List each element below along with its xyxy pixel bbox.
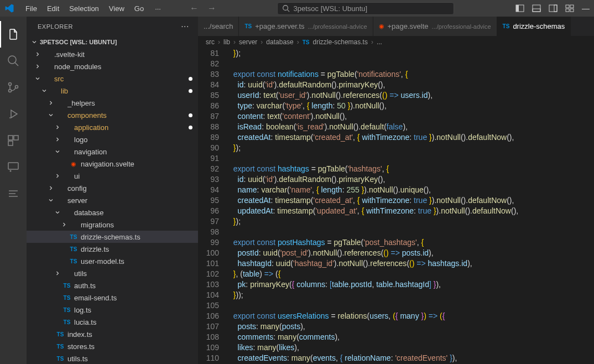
tree-item[interactable]: TSemail-send.ts [27, 292, 198, 304]
run-debug-view-button[interactable] [0, 101, 27, 127]
svelte-icon: ◉ [379, 23, 384, 30]
tree-item[interactable]: TSdrizzle-schemas.ts [27, 231, 198, 243]
tab-description: .../professional-advice [432, 23, 491, 30]
breadcrumb-separator: › [297, 38, 299, 46]
tree-item[interactable]: migrations [27, 219, 198, 231]
menu-selection[interactable]: Selection [65, 2, 103, 15]
tree-item[interactable]: ui [27, 170, 198, 182]
menu-edit[interactable]: Edit [43, 2, 64, 15]
editor-tab[interactable]: TS+page.server.ts.../professional-advice [239, 17, 373, 36]
tree-item[interactable]: _helpers [27, 97, 198, 109]
tree-item[interactable]: TSauth.ts [27, 279, 198, 292]
typescript-icon: TS [62, 295, 72, 301]
vscode-logo-icon [4, 3, 14, 13]
customize-layout-icon[interactable] [565, 4, 574, 13]
tab-description: .../professional-advice [308, 23, 367, 30]
tree-item[interactable]: components [27, 109, 198, 121]
workspace-section-header[interactable]: 3PETSOC [WSL: UBUNTU] [27, 36, 198, 48]
tree-item[interactable]: TSindex.ts [27, 328, 198, 340]
extensions-view-button[interactable] [0, 127, 27, 154]
toggle-panel-icon[interactable] [532, 4, 541, 13]
tree-item[interactable]: TSdrizzle.ts [27, 243, 198, 255]
breadcrumb-item[interactable]: database [266, 38, 293, 46]
svg-line-13 [15, 63, 18, 66]
svg-point-12 [8, 56, 16, 64]
toggle-secondary-sidebar-icon[interactable] [549, 4, 557, 13]
tree-item-label: src [54, 75, 194, 83]
tree-item[interactable]: lib [27, 85, 198, 97]
tree-item-label: ui [74, 172, 194, 180]
tree-item[interactable]: TSlucia.ts [27, 316, 198, 328]
editor-tab[interactable]: ◉+page.svelte.../professional-advice [373, 17, 497, 36]
tree-item[interactable]: application [27, 121, 198, 133]
tree-item-label: database [74, 209, 194, 217]
minimize-button[interactable]: — [582, 4, 590, 13]
search-box[interactable]: 3petsoc [WSL: Ubuntu] [277, 2, 454, 15]
svg-rect-19 [14, 136, 18, 140]
search-text: 3petsoc [WSL: Ubuntu] [293, 4, 367, 13]
tree-item[interactable]: navigation [27, 145, 198, 158]
tree-item[interactable]: database [27, 206, 198, 219]
main-menu: FileEditSelectionViewGo [21, 2, 148, 15]
search-view-button[interactable] [0, 48, 27, 74]
layout-controls: — [515, 4, 590, 13]
tree-item[interactable]: TSuser-model.ts [27, 255, 198, 267]
nav-back-button[interactable]: ← [190, 3, 199, 13]
svg-point-0 [283, 6, 288, 11]
drizzle-view-button[interactable] [0, 180, 27, 207]
tree-item[interactable]: node_modules [27, 60, 198, 72]
typescript-icon: TS [69, 234, 79, 240]
menu-go[interactable]: Go [130, 2, 148, 15]
tree-item[interactable]: TSstores.ts [27, 340, 198, 352]
typescript-icon: TS [69, 246, 79, 252]
tree-item[interactable]: .svelte-kit [27, 48, 198, 60]
editor-tab[interactable]: .../search [198, 17, 239, 36]
breadcrumb-item[interactable]: ... [377, 38, 382, 46]
code-editor[interactable]: 8182838485868788899091929394959697989910… [198, 48, 594, 364]
breadcrumb-item[interactable]: src [206, 38, 215, 46]
editor-tab[interactable]: TSdrizzle-schemas [497, 17, 571, 36]
source-control-view-button[interactable] [0, 74, 27, 101]
sidebar-more-button[interactable]: ··· [181, 22, 189, 32]
titlebar: FileEditSelectionViewGo ··· ← → 3petsoc … [0, 0, 594, 17]
tree-item-label: log.ts [74, 306, 194, 314]
menu-overflow[interactable]: ··· [150, 2, 165, 15]
tree-item-label: lib [61, 87, 194, 95]
tree-item[interactable]: utils [27, 267, 198, 279]
tree-item[interactable]: src [27, 72, 198, 85]
tree-item[interactable]: server [27, 194, 198, 206]
breadcrumb-item[interactable]: server [239, 38, 257, 46]
tree-item-label: server [67, 196, 194, 205]
svg-rect-6 [549, 5, 557, 12]
line-gutter: 8182838485868788899091929394959697989910… [198, 48, 229, 364]
tree-item[interactable]: TSlog.ts [27, 304, 198, 316]
svg-rect-3 [516, 5, 519, 12]
breadcrumb[interactable]: src›lib›server›database›TSdrizzle-schema… [198, 36, 594, 48]
breadcrumb-item[interactable]: drizzle-schemas.ts [313, 38, 368, 46]
svg-point-15 [9, 90, 12, 92]
remote-explorer-button[interactable] [0, 154, 27, 180]
toggle-primary-sidebar-icon[interactable] [515, 4, 524, 13]
file-tree[interactable]: .svelte-kitnode_modulessrclib_helperscom… [27, 48, 198, 364]
nav-forward-button[interactable]: → [207, 3, 216, 13]
tree-item[interactable]: config [27, 182, 198, 194]
svg-point-14 [9, 83, 12, 86]
modified-dot-icon [189, 126, 192, 129]
tree-item[interactable]: TSutils.ts [27, 352, 198, 364]
code-lines[interactable]: }); export const notifications = pgTable… [229, 48, 594, 364]
menu-view[interactable]: View [105, 2, 129, 15]
chevron-down-icon [31, 39, 38, 45]
breadcrumb-item[interactable]: lib [223, 38, 230, 46]
tree-item-label: lucia.ts [74, 318, 194, 326]
sidebar-title: EXPLORER [38, 23, 73, 30]
tree-item[interactable]: ◉navigation.svelte [27, 158, 198, 170]
tree-item[interactable]: logo [27, 133, 198, 145]
command-center: 3petsoc [WSL: Ubuntu] [218, 2, 513, 15]
sidebar: EXPLORER ··· 3PETSOC [WSL: UBUNTU] .svel… [27, 17, 198, 364]
svg-rect-9 [570, 5, 574, 8]
explorer-view-button[interactable] [0, 21, 27, 48]
tree-item-label: email-send.ts [74, 294, 194, 302]
menu-file[interactable]: File [21, 2, 41, 15]
typescript-icon: TS [55, 344, 65, 350]
svg-rect-20 [8, 141, 13, 145]
